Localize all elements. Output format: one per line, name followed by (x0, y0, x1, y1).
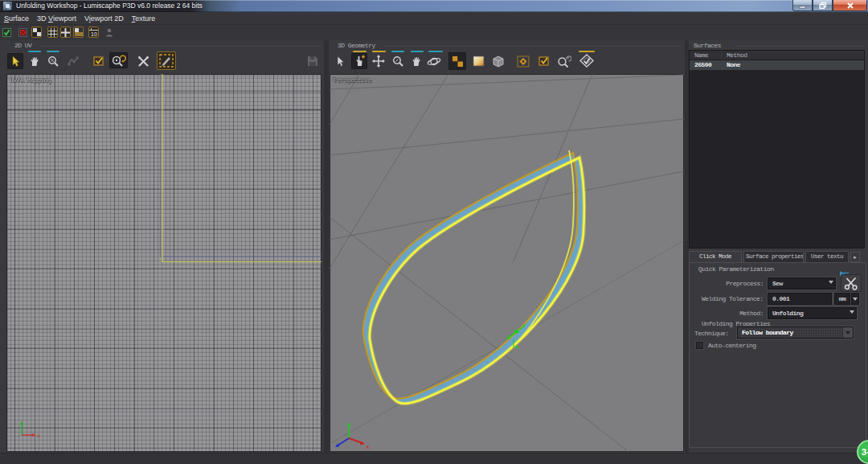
axis-x-label: x (366, 443, 370, 450)
dashed-region-pencil-icon (158, 53, 174, 68)
transform-tool-2d[interactable] (65, 53, 81, 69)
pan-tool-2d[interactable] (27, 53, 43, 69)
save-uv-button[interactable] (305, 53, 321, 69)
surface-name: 26500 (690, 60, 722, 70)
texture-image-icon (75, 28, 83, 36)
restore-button[interactable] (813, 0, 833, 11)
checkerboard-icon (33, 28, 41, 36)
move-indicator (372, 51, 386, 52)
app-icon (2, 1, 13, 11)
panel-title-surfaces: Surfaces (694, 42, 721, 49)
gradient-image-icon (473, 55, 485, 67)
zoom3d-indicator (391, 51, 404, 52)
auto-centering-label: Auto-centering (708, 342, 756, 349)
checker-display-toggle[interactable] (31, 27, 42, 38)
select-tool-2d[interactable] (7, 53, 23, 69)
uv-boundary-blue-line (161, 74, 322, 257)
transform-icon (67, 55, 80, 67)
properties-tab-pane (689, 262, 866, 448)
method-label: Method: (687, 310, 764, 317)
unfold-select-tool-3d[interactable] (577, 52, 596, 68)
uv-viewport-overlay: u (6, 74, 321, 452)
texture-display-toggle[interactable] (73, 27, 84, 38)
orbit-tool-3d[interactable] (426, 53, 442, 69)
pan3d-indicator (411, 51, 424, 52)
tab-click-mode[interactable]: Click Mode (689, 251, 742, 263)
minimize-button[interactable] (792, 0, 813, 11)
pointing-hand-plus-icon (353, 55, 366, 68)
technique-combobox[interactable]: Follow boundary (737, 326, 854, 339)
preprocess-combobox[interactable]: Sew (768, 277, 836, 289)
surfaces-table-header: Name Method (690, 51, 864, 60)
method-value: Unfolding (768, 308, 856, 319)
leaf-object[interactable] (363, 150, 584, 404)
close-icon (846, 2, 854, 10)
tools-tool-2d[interactable] (135, 53, 151, 69)
uv-viewport-label: UV/A Mapping (10, 76, 51, 84)
ground-grid-lines (330, 74, 684, 452)
move-tool-3d[interactable] (371, 53, 387, 69)
zoom-history-tool-3d[interactable] (556, 53, 572, 69)
checker-texture-toggle-3d[interactable] (448, 52, 466, 70)
surface-method: None (722, 60, 864, 70)
tab-scroll-button[interactable]: ▸ (850, 252, 860, 262)
checkbox-icon (538, 55, 551, 67)
rotate-magnifier-icon (111, 54, 127, 67)
pan-indicator (28, 51, 41, 52)
edit-region-tool-2d[interactable] (157, 51, 176, 70)
column-header-method[interactable]: Method (722, 51, 864, 60)
pick-add-tool-3d[interactable] (351, 53, 367, 69)
rotate-view-tool-2d[interactable] (109, 52, 128, 68)
title-bar[interactable]: Unfolding Workshop - Lumiscaphe P3D v6.0… (0, 0, 868, 12)
tab-surface-properties[interactable]: Surface properties (743, 251, 804, 262)
window-title: Unfolding Workshop - Lumiscaphe P3D v6.0… (16, 1, 203, 11)
welding-unit-dropdown[interactable] (851, 293, 859, 305)
welding-tolerance-label: Welding Tolerance: (702, 295, 764, 302)
tab-user-textures[interactable]: User textu (805, 251, 849, 262)
panel-surfaces-headerline (735, 46, 864, 47)
group-label-quick-parameterization: Quick Parameterization (698, 265, 774, 273)
solid-toggle-3d[interactable] (490, 53, 506, 69)
orbit-planet-icon (427, 55, 441, 68)
menu-surface[interactable]: Surface (0, 12, 33, 25)
welding-tolerance-field[interactable]: 0.001 (768, 293, 832, 305)
caption-buttons (792, 0, 867, 11)
zoom-tool-2d[interactable] (45, 53, 61, 69)
magnifier-icon (392, 55, 404, 68)
texture-toggle-3d[interactable] (470, 53, 486, 69)
welding-tolerance-value: 0.001 (768, 294, 831, 305)
cross-display-toggle[interactable] (60, 27, 71, 38)
column-header-name[interactable]: Name (690, 51, 722, 60)
cancel-button[interactable] (18, 27, 28, 38)
close-button[interactable] (833, 0, 867, 11)
splitter-left[interactable] (324, 40, 329, 453)
surfaces-table[interactable]: Name Method 26500 None (689, 50, 865, 248)
sew-scissors-button[interactable] (841, 274, 862, 292)
apply-button[interactable] (2, 27, 12, 38)
zoom-tool-3d[interactable] (390, 53, 406, 69)
floppy-icon (307, 55, 318, 67)
grid-display-toggle[interactable] (47, 27, 58, 38)
chevron-down-icon (829, 281, 833, 284)
uv-axis-gizmo: u (20, 421, 40, 440)
method-combobox[interactable]: Unfolding (768, 307, 857, 319)
auto-centering-checkbox[interactable] (696, 342, 703, 349)
select-tool-3d[interactable] (332, 53, 348, 69)
svg-text:10: 10 (91, 31, 97, 37)
pivot-toggle-3d[interactable] (515, 53, 531, 69)
surface-row[interactable]: 26500 None (690, 60, 864, 70)
checkerboard-icon (452, 56, 463, 67)
validate-tool-2d[interactable] (91, 53, 107, 69)
grid-10-display-toggle[interactable]: 10 (88, 27, 99, 38)
orbit-indicator (428, 51, 443, 52)
cursor-icon (10, 55, 21, 68)
welding-unit-box[interactable]: mm (834, 293, 850, 305)
properties-tabs: Click Mode Surface properties User textu… (689, 251, 866, 262)
user-button[interactable] (104, 27, 114, 38)
validate-toggle-3d[interactable] (536, 53, 552, 69)
menu-texture[interactable]: Texture (128, 12, 160, 25)
menu-viewport-2d[interactable]: Viewport 2D (80, 12, 128, 25)
restore-icon (819, 2, 827, 10)
menu-3d-viewport[interactable]: 3D Viewport (33, 12, 80, 25)
pan-tool-3d[interactable] (408, 53, 424, 69)
